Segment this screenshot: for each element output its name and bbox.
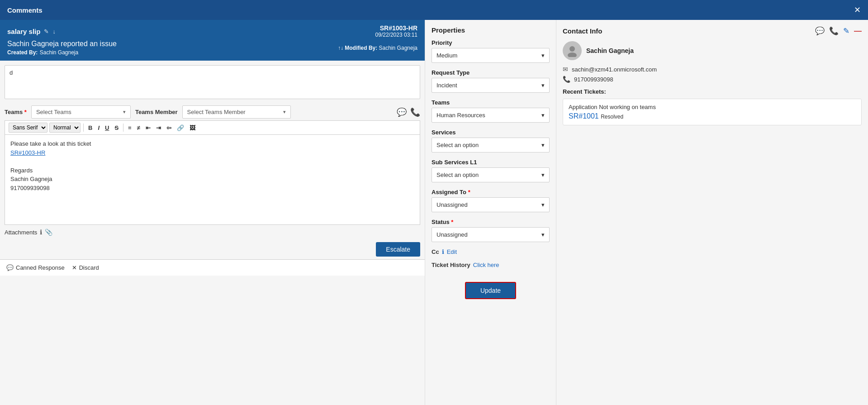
message-area[interactable]: d (5, 65, 420, 99)
sub-services-field: Sub Services L1 Select an option ▾ (432, 159, 550, 182)
priority-label: Priority (432, 39, 550, 46)
editor-ticket-link[interactable]: SR#1003-HR (10, 149, 45, 156)
italic-button[interactable]: I (96, 124, 101, 132)
font-size-select[interactable]: Normal (49, 123, 81, 133)
ticket-header-top: salary slip ✎ ↓ SR#1003-HR 09/22/2023 03… (7, 24, 417, 38)
strikethrough-button[interactable]: S (113, 124, 120, 132)
request-type-dropdown[interactable]: Incident ▾ (432, 78, 550, 93)
select-member-dropdown[interactable]: Select Teams Member ▾ (182, 105, 291, 119)
recent-ticket-meta: SR#1001 Resolved (569, 112, 856, 120)
toolbar-divider-1 (83, 124, 84, 132)
canned-response-icon: 💬 (6, 264, 14, 271)
prop-teams-label: Teams (432, 99, 550, 106)
priority-field: Priority Medium ▾ (432, 39, 550, 63)
assigned-to-dropdown[interactable]: Unassigned ▾ (432, 197, 550, 212)
priority-dropdown[interactable]: Medium ▾ (432, 48, 550, 63)
editor-line4: Regards (10, 166, 414, 175)
priority-chevron-down-icon: ▾ (541, 52, 545, 59)
request-type-chevron-down-icon: ▾ (541, 82, 545, 89)
escalate-area: Escalate (0, 239, 425, 259)
align-center-button[interactable]: ⇥ (154, 124, 163, 132)
assigned-to-chevron-down-icon: ▾ (541, 201, 545, 208)
services-chevron-down-icon: ▾ (541, 142, 545, 148)
sub-services-label: Sub Services L1 (432, 159, 550, 166)
editor-area[interactable]: Please take a look at this ticket SR#100… (5, 134, 420, 225)
properties-panel: Properties Priority Medium ▾ Request Typ… (425, 20, 556, 405)
canned-response-button[interactable]: 💬 Canned Response (6, 264, 65, 271)
editor-line6: 917009939098 (10, 184, 414, 193)
assigned-to-value: Unassigned (436, 201, 468, 208)
svg-point-0 (569, 46, 575, 52)
reporter-text: Sachin Gagneja reported an issue (7, 40, 117, 48)
member-chevron-down-icon: ▾ (283, 109, 286, 115)
status-required-star: * (451, 219, 453, 225)
sub-services-dropdown[interactable]: Select an option ▾ (432, 167, 550, 182)
download-icon[interactable]: ↓ (52, 28, 56, 35)
ticket-modified: ↑↓ Modified By: Sachin Gagneja (338, 45, 417, 51)
modified-by-label: Modified By: (345, 45, 377, 51)
escalate-button[interactable]: Escalate (376, 242, 420, 257)
chat-icon[interactable]: 💬 (397, 107, 407, 117)
cc-edit-link[interactable]: Edit (447, 248, 457, 255)
recent-ticket-title: Application Not working on teams (569, 104, 856, 110)
paperclip-icon[interactable]: 📎 (45, 229, 52, 236)
bold-button[interactable]: B (86, 124, 94, 132)
phone-contact-icon[interactable]: 📞 (829, 26, 839, 36)
image-button[interactable]: 🖼 (188, 124, 197, 132)
info-icon: ℹ (40, 229, 42, 236)
services-dropdown[interactable]: Select an option ▾ (432, 138, 550, 152)
contact-phone: 917009939098 (574, 76, 613, 83)
properties-title: Properties (432, 26, 550, 34)
align-left-button[interactable]: ⇤ (144, 124, 152, 132)
discard-button[interactable]: ✕ Discard (72, 264, 99, 271)
status-label: Status * (432, 219, 550, 225)
cc-info-icon: ℹ (442, 248, 444, 255)
recent-ticket-id-link[interactable]: SR#1001 (569, 112, 599, 120)
teams-chevron-down-icon: ▾ (541, 112, 545, 119)
contact-profile: Sachin Gagneja (563, 41, 862, 60)
recent-ticket-status-text: Resolved (601, 114, 623, 120)
ordered-list-button[interactable]: ≡ (126, 124, 133, 132)
link-button[interactable]: 🔗 (175, 124, 186, 132)
ticket-history-row: Ticket History Click here (432, 262, 550, 268)
recent-tickets-title: Recent Tickets: (563, 88, 862, 95)
teams-dropdown[interactable]: Human Resources ▾ (432, 108, 550, 123)
request-type-value: Incident (436, 82, 457, 89)
phone-icon[interactable]: 📞 (410, 107, 420, 117)
select-teams-value: Select Teams (36, 109, 71, 115)
action-icons: 💬 📞 (397, 107, 420, 117)
minus-contact-icon[interactable]: — (854, 27, 862, 36)
avatar (563, 41, 582, 60)
created-by-name: Sachin Gagneja (40, 49, 78, 56)
assignment-row: Teams * Select Teams ▾ Teams Member Sele… (0, 104, 425, 120)
teams-required-star: * (24, 109, 27, 115)
update-button[interactable]: Update (465, 282, 516, 299)
status-dropdown[interactable]: Unassigned ▾ (432, 227, 550, 242)
toolbar-divider-2 (123, 124, 123, 132)
message-circle-icon[interactable]: 💬 (815, 26, 825, 36)
contact-info-title: Contact Info (563, 27, 602, 35)
editor-line5: Sachin Gagneja (10, 175, 414, 184)
edit-icon[interactable]: ✎ (44, 28, 49, 35)
editor-line3 (10, 157, 414, 166)
recent-ticket-card: Application Not working on teams SR#1001… (563, 99, 862, 125)
select-teams-dropdown[interactable]: Select Teams ▾ (31, 105, 131, 119)
cc-label: Cc (432, 248, 439, 255)
edit-contact-icon[interactable]: ✎ (843, 26, 849, 36)
contact-header: Contact Info 💬 📞 ✎ — (563, 26, 862, 36)
member-label: Teams Member (135, 109, 178, 115)
unordered-list-button[interactable]: ≠ (135, 124, 142, 132)
contact-info-panel: Contact Info 💬 📞 ✎ — Sachin Gagneja (556, 20, 868, 405)
contact-name: Sachin Gagneja (586, 47, 634, 54)
ticket-title-row: salary slip ✎ ↓ (7, 28, 56, 35)
ticket-history-link[interactable]: Click here (473, 262, 499, 268)
services-field: Services Select an option ▾ (432, 129, 550, 152)
align-right-button[interactable]: ⇦ (165, 124, 173, 132)
close-button[interactable]: ✕ (854, 5, 861, 15)
teams-chevron-down-icon: ▾ (123, 109, 126, 115)
font-family-select[interactable]: Sans Serif (9, 123, 47, 133)
underline-button[interactable]: U (103, 124, 111, 132)
request-type-field: Request Type Incident ▾ (432, 69, 550, 93)
editor-line1: Please take a look at this ticket (10, 139, 414, 148)
contact-phone-row: 📞 917009939098 (563, 76, 862, 83)
